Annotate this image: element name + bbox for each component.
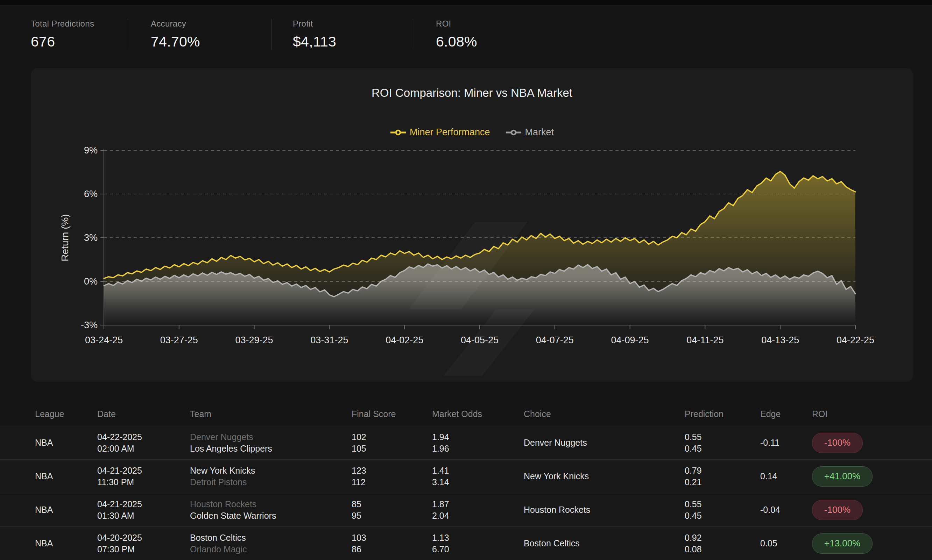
stat-roi: ROI6.08% xyxy=(413,19,576,50)
column-header-market-odds: Market Odds xyxy=(432,409,524,419)
roi-comparison-chart: 9%6%3%0%-3%03-24-2503-27-2503-29-2503-31… xyxy=(31,68,913,382)
roi-cell: +13.00% xyxy=(812,534,911,554)
league-cell: NBA xyxy=(35,538,97,549)
x-tick-label: 04-22-25 xyxy=(836,335,874,345)
score-value: 123 xyxy=(352,465,432,477)
roi-cell: -100% xyxy=(812,433,911,453)
odds-value: 1.41 xyxy=(432,465,524,477)
team-cell: New York KnicksDetroit Pistons xyxy=(190,465,352,488)
score-value: 102 xyxy=(352,431,432,443)
prediction-value: 0.45 xyxy=(685,443,760,454)
market-odds-cell: 1.941.96 xyxy=(432,431,524,454)
roi-badge: +41.00% xyxy=(812,466,873,486)
table-row: NBA04-22-202502:00 AMDenver NuggetsLos A… xyxy=(0,426,932,460)
league-cell: NBA xyxy=(35,504,97,515)
x-tick-label: 03-31-25 xyxy=(310,335,348,345)
league-cell: NBA xyxy=(35,437,97,448)
prediction-value: 0.08 xyxy=(685,543,760,555)
stat-label: ROI xyxy=(436,19,576,29)
final-score-cell: 123112 xyxy=(352,465,432,488)
column-header-edge: Edge xyxy=(760,409,812,419)
prediction-cell: 0.790.21 xyxy=(685,465,760,488)
score-value: 112 xyxy=(352,477,432,488)
stat-profit: Profit$4,113 xyxy=(272,19,413,50)
team-cell: Boston CelticsOrlando Magic xyxy=(190,532,352,555)
score-value: 86 xyxy=(352,543,432,555)
x-tick-label: 04-05-25 xyxy=(461,335,498,345)
choice-cell: Boston Celtics xyxy=(524,538,685,549)
stat-total-predictions: Total Predictions676 xyxy=(31,19,128,50)
prediction-value: 0.21 xyxy=(685,477,760,488)
stat-label: Total Predictions xyxy=(31,19,128,29)
stat-value: 676 xyxy=(31,34,128,50)
market-odds-cell: 1.872.04 xyxy=(432,498,524,522)
stat-accuracy: Accuracy74.70% xyxy=(128,19,272,50)
time-text: 07:30 PM xyxy=(97,543,190,555)
x-tick-label: 04-13-25 xyxy=(761,335,799,345)
table-row: NBA04-21-202501:30 AMHouston RocketsGold… xyxy=(0,493,932,527)
prediction-cell: 0.550.45 xyxy=(685,431,760,454)
market-odds-cell: 1.136.70 xyxy=(432,532,524,555)
date-cell: 04-20-202507:30 PM xyxy=(97,532,190,555)
team-name: Los Angeles Clippers xyxy=(190,443,352,454)
x-tick-label: 03-24-25 xyxy=(85,335,123,345)
table-header-row: LeagueDateTeamFinal ScoreMarket OddsChoi… xyxy=(0,402,932,426)
score-value: 95 xyxy=(352,510,432,522)
prediction-value: 0.55 xyxy=(685,431,760,443)
y-tick-label: 3% xyxy=(84,232,97,243)
y-axis-label: Return (%) xyxy=(59,214,70,261)
roi-chart-card: ROI Comparison: Miner vs NBA Market Mine… xyxy=(31,68,913,382)
roi-cell: +41.00% xyxy=(812,466,911,486)
team-name: Denver Nuggets xyxy=(190,431,352,443)
odds-value: 1.87 xyxy=(432,498,524,510)
edge-cell: -0.04 xyxy=(760,504,812,515)
prediction-cell: 0.550.45 xyxy=(685,498,760,522)
date-text: 04-21-2025 xyxy=(97,498,190,510)
prediction-value: 0.55 xyxy=(685,498,760,510)
team-cell: Denver NuggetsLos Angeles Clippers xyxy=(190,431,352,454)
odds-value: 3.14 xyxy=(432,477,524,488)
team-name: Houston Rockets xyxy=(190,498,352,510)
odds-value: 1.94 xyxy=(432,431,524,443)
market-odds-cell: 1.413.14 xyxy=(432,465,524,488)
stat-label: Accuracy xyxy=(151,19,272,29)
date-cell: 04-21-202501:30 AM xyxy=(97,498,190,522)
column-header-final-score: Final Score xyxy=(352,409,432,419)
time-text: 01:30 AM xyxy=(97,510,190,522)
edge-cell: -0.11 xyxy=(760,437,812,448)
x-tick-label: 03-27-25 xyxy=(160,335,198,345)
date-cell: 04-21-202511:30 PM xyxy=(97,465,190,488)
team-name: Orlando Magic xyxy=(190,543,352,555)
odds-value: 1.13 xyxy=(432,532,524,543)
stat-label: Profit xyxy=(293,19,413,29)
score-value: 103 xyxy=(352,532,432,543)
column-header-date: Date xyxy=(97,409,190,419)
top-strip xyxy=(0,0,932,5)
x-tick-label: 04-07-25 xyxy=(536,335,574,345)
y-tick-label: 0% xyxy=(84,276,97,287)
odds-value: 2.04 xyxy=(432,510,524,522)
column-header-roi: ROI xyxy=(812,409,911,419)
final-score-cell: 8595 xyxy=(352,498,432,522)
roi-badge: -100% xyxy=(812,500,863,520)
column-header-team: Team xyxy=(190,409,352,419)
score-value: 85 xyxy=(352,498,432,510)
roi-badge: +13.00% xyxy=(812,534,873,554)
choice-cell: Houston Rockets xyxy=(524,504,685,515)
score-value: 105 xyxy=(352,443,432,454)
final-score-cell: 102105 xyxy=(352,431,432,454)
prediction-cell: 0.920.08 xyxy=(685,532,760,555)
predictions-table: LeagueDateTeamFinal ScoreMarket OddsChoi… xyxy=(0,402,932,560)
team-name: New York Knicks xyxy=(190,465,352,477)
choice-cell: New York Knicks xyxy=(524,471,685,482)
date-text: 04-21-2025 xyxy=(97,465,190,477)
stat-value: 74.70% xyxy=(151,34,272,50)
edge-cell: 0.05 xyxy=(760,538,812,549)
roi-cell: -100% xyxy=(812,500,911,520)
date-text: 04-20-2025 xyxy=(97,532,190,543)
team-name: Detroit Pistons xyxy=(190,477,352,488)
team-cell: Houston RocketsGolden State Warriors xyxy=(190,498,352,522)
team-name: Boston Celtics xyxy=(190,532,352,543)
roi-badge: -100% xyxy=(812,433,863,453)
y-tick-label: -3% xyxy=(81,320,97,330)
